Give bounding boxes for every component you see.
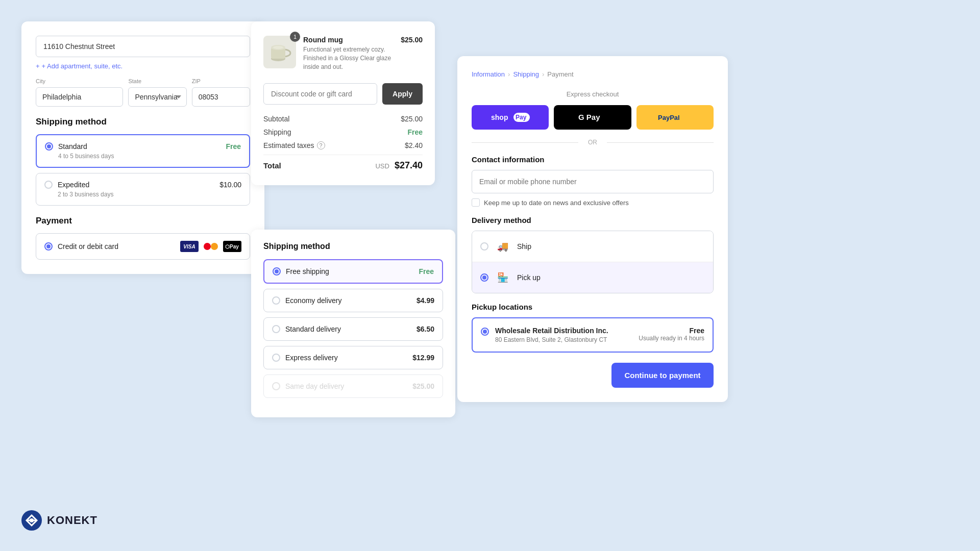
taxes-value: $2.40	[405, 141, 423, 149]
delivery-options: 🚚 Ship 🏪 Pick up	[472, 231, 714, 293]
product-info: Round mug Functional yet extremely cozy.…	[303, 36, 394, 71]
konekt-logo-text: KONEKT	[47, 514, 97, 527]
product-price: $25.00	[401, 36, 423, 44]
radio-economy[interactable]	[272, 296, 280, 305]
shoppay-button[interactable]: shop Pay	[472, 105, 549, 130]
apply-button[interactable]: Apply	[382, 83, 423, 105]
ship-option-sameday: Same day delivery $25.00	[263, 374, 443, 398]
express-option-price: $12.99	[412, 354, 434, 362]
mastercard-icon	[202, 241, 220, 252]
discount-input[interactable]	[263, 83, 377, 105]
breadcrumb-information[interactable]: Information	[472, 70, 505, 78]
product-quantity-badge: 1	[290, 32, 300, 42]
ship-option-economy[interactable]: Economy delivery $4.99	[263, 289, 443, 312]
payment-card-option[interactable]: Credit or debit card VISA ⬡Pay	[36, 233, 250, 260]
shipping-row: Shipping Free	[263, 128, 423, 136]
express-checkout-buttons: shop Pay G Pay PayPal	[472, 105, 714, 130]
pickup-price: Free	[639, 327, 704, 335]
pickup-location-radio[interactable]	[481, 328, 489, 336]
zip-input[interactable]	[192, 87, 250, 107]
express-checkout-title: Express checkout	[472, 90, 714, 98]
left-panel: + + Add apartment, suite, etc. City Stat…	[21, 21, 264, 274]
card-option-name: Credit or debit card	[58, 242, 118, 251]
plus-icon: +	[36, 62, 40, 70]
checkout-panel: Information › Shipping › Payment Express…	[457, 56, 728, 402]
pickup-location-address: 80 Eastern Blvd, Suite 2, Glastonbury CT	[495, 336, 632, 343]
radio-sameday	[272, 382, 280, 390]
taxes-label: Estimated taxes	[263, 141, 314, 149]
pickup-ready-time: Usually ready in 4 hours	[639, 335, 704, 342]
product-description: Functional yet extremely cozy. Finished …	[303, 45, 394, 71]
radio-pickup[interactable]	[480, 273, 488, 282]
breadcrumb-sep-2: ›	[542, 70, 544, 78]
card-icons: VISA ⬡Pay	[180, 241, 241, 252]
state-select[interactable]: Pennsylvania	[128, 87, 186, 107]
ship-option-standard-delivery[interactable]: Standard delivery $6.50	[263, 317, 443, 341]
zip-field-group: ZIP	[192, 78, 250, 107]
svg-text:G Pay: G Pay	[578, 113, 600, 121]
shipping-value: Free	[407, 128, 423, 136]
shipping-option-standard[interactable]: Standard Free 4 to 5 business days	[36, 134, 250, 168]
contact-input[interactable]	[472, 170, 714, 193]
breadcrumb-shipping[interactable]: Shipping	[513, 70, 539, 78]
applepay-icon: ⬡Pay	[223, 241, 241, 252]
svg-text:⬡Pay: ⬡Pay	[225, 244, 239, 249]
product-image	[263, 36, 296, 68]
gpay-button[interactable]: G Pay	[554, 105, 631, 130]
radio-express[interactable]	[272, 354, 280, 362]
radio-standard-delivery[interactable]	[272, 325, 280, 333]
standard-option-name: Standard	[58, 142, 87, 151]
pickup-label: Pick up	[517, 273, 541, 282]
shipping-method-panel: Shipping method Free shipping Free Econo…	[251, 230, 455, 417]
pickup-location-card[interactable]: Wholesale Retail Distribution Inc. 80 Ea…	[472, 317, 714, 353]
sameday-option-name: Same day delivery	[285, 382, 344, 390]
standard-option-days: 4 to 5 business days	[58, 153, 241, 160]
order-summary-panel: 1 Round mug Functional yet extremely coz…	[251, 21, 435, 185]
ship-option-express[interactable]: Express delivery $12.99	[263, 346, 443, 369]
state-field-group: State Pennsylvania	[128, 78, 186, 107]
ship-option-free[interactable]: Free shipping Free	[263, 259, 443, 284]
radio-free[interactable]	[273, 267, 281, 276]
standard-delivery-option-name: Standard delivery	[285, 325, 341, 333]
or-divider: OR	[472, 139, 714, 146]
radio-standard[interactable]	[45, 142, 53, 151]
subtotal-value: $25.00	[401, 115, 423, 123]
free-option-name: Free shipping	[286, 267, 329, 276]
discount-row: Apply	[263, 83, 423, 105]
economy-option-price: $4.99	[416, 296, 434, 305]
street-input[interactable]	[36, 36, 250, 57]
total-amount: $27.40	[395, 160, 423, 171]
breadcrumb-payment[interactable]: Payment	[547, 70, 573, 78]
city-label: City	[36, 78, 123, 84]
newsletter-checkbox[interactable]	[472, 198, 480, 207]
pickup-info: Wholesale Retail Distribution Inc. 80 Ea…	[495, 327, 632, 343]
continue-to-payment-button[interactable]: Continue to payment	[611, 363, 714, 388]
ship-icon: 🚚	[495, 238, 511, 255]
radio-card[interactable]	[44, 242, 53, 251]
delivery-method-heading: Delivery method	[472, 216, 714, 224]
delivery-option-ship[interactable]: 🚚 Ship	[472, 231, 713, 262]
subtotal-label: Subtotal	[263, 115, 289, 123]
product-name: Round mug	[303, 36, 394, 44]
delivery-option-pickup[interactable]: 🏪 Pick up	[472, 262, 713, 293]
radio-expedited[interactable]	[44, 181, 53, 189]
svg-point-11	[30, 518, 34, 522]
radio-ship[interactable]	[480, 242, 488, 251]
state-label: State	[128, 78, 186, 84]
sameday-option-price: $25.00	[412, 382, 434, 390]
city-input[interactable]	[36, 87, 123, 107]
free-option-price: Free	[419, 267, 434, 276]
standard-option-price: Free	[226, 142, 241, 151]
paypal-button[interactable]: PayPal	[636, 105, 714, 130]
total-currency: USD	[375, 162, 389, 170]
pickup-price-wrap: Free Usually ready in 4 hours	[639, 327, 704, 342]
shipping-option-expedited[interactable]: Expedited $10.00 2 to 3 business days	[36, 173, 250, 206]
add-apartment-link[interactable]: + + Add apartment, suite, etc.	[36, 62, 250, 70]
konekt-logo-icon	[21, 510, 42, 531]
shipping-label: Shipping	[263, 128, 291, 136]
pickup-location-name: Wholesale Retail Distribution Inc.	[495, 327, 632, 335]
contact-info-heading: Contact information	[472, 155, 714, 164]
total-row: Total USD $27.40	[263, 160, 423, 171]
svg-point-4	[273, 46, 283, 49]
svg-text:PayPal: PayPal	[658, 114, 680, 121]
